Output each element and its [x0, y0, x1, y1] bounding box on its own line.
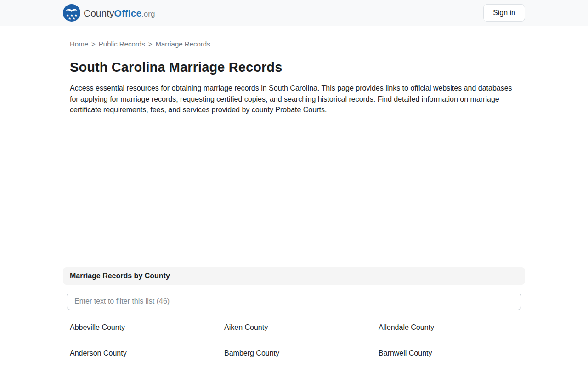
page-description: Access essential resources for obtaining… [70, 83, 518, 115]
main-content: Home>Public Records>Marriage Records Sou… [63, 40, 525, 357]
county-link-aiken[interactable]: Aiken County [224, 323, 268, 332]
county-section: Marriage Records by County Abbeville Cou… [70, 267, 518, 357]
logo-text-county: County [84, 8, 114, 18]
logo-text-office: Office [114, 8, 142, 18]
county-link-bamberg[interactable]: Bamberg County [224, 349, 279, 357]
breadcrumb-link-public-records[interactable]: Public Records [99, 40, 145, 48]
svg-text:★: ★ [68, 17, 71, 21]
breadcrumb: Home>Public Records>Marriage Records [70, 40, 518, 48]
sign-in-button[interactable]: Sign in [483, 4, 525, 22]
logo-text-org: .org [141, 10, 155, 18]
breadcrumb-current-marriage-records: Marriage Records [155, 40, 210, 48]
county-link-abbeville[interactable]: Abbeville County [70, 323, 125, 332]
county-office-logo[interactable]: ★ ★ ★ ★ ★ CountyOffice.org [63, 4, 155, 22]
county-filter-input[interactable] [67, 293, 521, 310]
logo-text: CountyOffice.org [84, 8, 155, 18]
breadcrumb-separator: > [148, 40, 153, 48]
county-link-allendale[interactable]: Allendale County [379, 323, 434, 332]
page-title: South Carolina Marriage Records [70, 60, 518, 75]
site-header: ★ ★ ★ ★ ★ CountyOffice.org Sign in [0, 0, 588, 26]
header-inner: ★ ★ ★ ★ ★ CountyOffice.org Sign in [63, 4, 525, 22]
county-list: Abbeville County Aiken County Allendale … [70, 323, 518, 357]
svg-text:★: ★ [72, 17, 75, 21]
county-link-anderson[interactable]: Anderson County [70, 349, 127, 357]
county-section-header: Marriage Records by County [63, 267, 525, 285]
county-section-title: Marriage Records by County [70, 272, 170, 280]
breadcrumb-link-home[interactable]: Home [70, 40, 88, 48]
ad-placeholder [70, 115, 518, 267]
county-office-logo-icon: ★ ★ ★ ★ ★ [63, 4, 80, 22]
breadcrumb-separator: > [91, 40, 96, 48]
county-link-barnwell[interactable]: Barnwell County [379, 349, 432, 357]
